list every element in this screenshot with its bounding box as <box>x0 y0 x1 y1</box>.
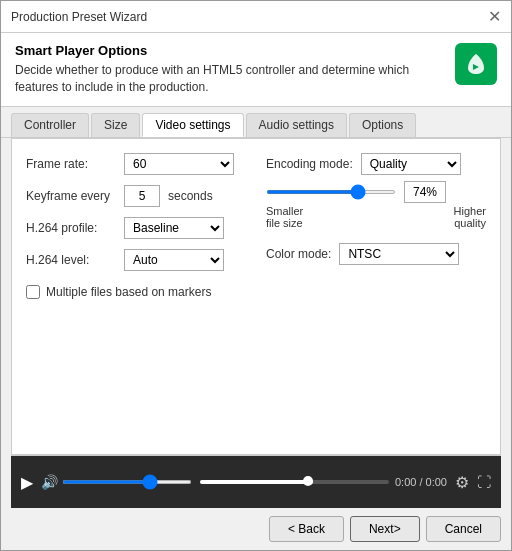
title-bar: Production Preset Wizard ✕ <box>1 1 511 33</box>
frame-rate-row: Frame rate: 24 25 29.97 30 60 <box>26 153 246 175</box>
multiple-files-row: Multiple files based on markers <box>26 285 246 299</box>
h264-profile-row: H.264 profile: Baseline Main High <box>26 217 246 239</box>
encoding-mode-label: Encoding mode: <box>266 157 353 171</box>
header-description: Decide whether to produce with an HTML5 … <box>15 62 445 96</box>
volume-slider[interactable] <box>62 480 192 484</box>
back-button[interactable]: < Back <box>269 516 344 542</box>
quality-slider[interactable] <box>266 190 396 194</box>
encoding-mode-select[interactable]: Quality Bitrate <box>361 153 461 175</box>
progress-handle <box>303 476 313 486</box>
h264-profile-label: H.264 profile: <box>26 221 116 235</box>
right-column: Encoding mode: Quality Bitrate 74% <box>266 153 486 299</box>
slider-label-smaller: Smallerfile size <box>266 205 303 229</box>
encoding-mode-row: Encoding mode: Quality Bitrate <box>266 153 486 175</box>
header-text: Smart Player Options Decide whether to p… <box>15 43 445 96</box>
settings-grid: Frame rate: 24 25 29.97 30 60 Keyframe e… <box>26 153 486 299</box>
tab-audio-settings[interactable]: Audio settings <box>246 113 347 137</box>
left-column: Frame rate: 24 25 29.97 30 60 Keyframe e… <box>26 153 246 299</box>
color-mode-row: Color mode: NTSC PAL Film <box>266 243 486 265</box>
window-title: Production Preset Wizard <box>11 10 147 24</box>
tabs-bar: Controller Size Video settings Audio set… <box>1 107 511 138</box>
progress-area: 0:00 / 0:00 <box>200 476 447 488</box>
frame-rate-label: Frame rate: <box>26 157 116 171</box>
slider-label-higher: Higherquality <box>454 205 486 229</box>
cancel-button[interactable]: Cancel <box>426 516 501 542</box>
slider-row: 74% <box>266 181 486 203</box>
quality-slider-container: 74% Smallerfile size Higherquality <box>266 181 486 229</box>
play-button[interactable]: ▶ <box>21 473 33 492</box>
keyframe-input[interactable] <box>124 185 160 207</box>
multiple-files-label: Multiple files based on markers <box>46 285 211 299</box>
h264-level-select[interactable]: Auto 3.0 3.1 4.0 4.1 <box>124 249 224 271</box>
tab-video-settings[interactable]: Video settings <box>142 113 243 137</box>
next-button[interactable]: Next> <box>350 516 420 542</box>
h264-level-row: H.264 level: Auto 3.0 3.1 4.0 4.1 <box>26 249 246 271</box>
camtasia-logo <box>455 43 497 85</box>
quality-percent: 74% <box>404 181 446 203</box>
volume-icon[interactable]: 🔊 <box>41 474 58 490</box>
player-bar: ▶ 🔊 0:00 / 0:00 ⚙ ⛶ <box>11 456 501 508</box>
tab-options[interactable]: Options <box>349 113 416 137</box>
keyframe-label: Keyframe every <box>26 189 116 203</box>
tab-controller[interactable]: Controller <box>11 113 89 137</box>
encoding-section: Encoding mode: Quality Bitrate 74% <box>266 153 486 265</box>
h264-profile-select[interactable]: Baseline Main High <box>124 217 224 239</box>
header-section: Smart Player Options Decide whether to p… <box>1 33 511 107</box>
fullscreen-icon[interactable]: ⛶ <box>477 474 491 490</box>
h264-level-label: H.264 level: <box>26 253 116 267</box>
color-mode-label: Color mode: <box>266 247 331 261</box>
progress-bar[interactable] <box>200 480 389 484</box>
header-title: Smart Player Options <box>15 43 445 58</box>
keyframe-row: Keyframe every seconds <box>26 185 246 207</box>
frame-rate-select[interactable]: 24 25 29.97 30 60 <box>124 153 234 175</box>
progress-fill <box>200 480 313 484</box>
close-button[interactable]: ✕ <box>488 9 501 25</box>
footer: < Back Next> Cancel <box>1 508 511 550</box>
tab-size[interactable]: Size <box>91 113 140 137</box>
slider-labels: Smallerfile size Higherquality <box>266 205 486 229</box>
volume-control: 🔊 <box>41 474 192 490</box>
keyframe-suffix: seconds <box>168 189 213 203</box>
player-settings-icon[interactable]: ⚙ <box>455 473 469 492</box>
multiple-files-checkbox[interactable] <box>26 285 40 299</box>
time-display: 0:00 / 0:00 <box>395 476 447 488</box>
content-area: Frame rate: 24 25 29.97 30 60 Keyframe e… <box>11 138 501 455</box>
color-mode-select[interactable]: NTSC PAL Film <box>339 243 459 265</box>
main-window: Production Preset Wizard ✕ Smart Player … <box>0 0 512 551</box>
